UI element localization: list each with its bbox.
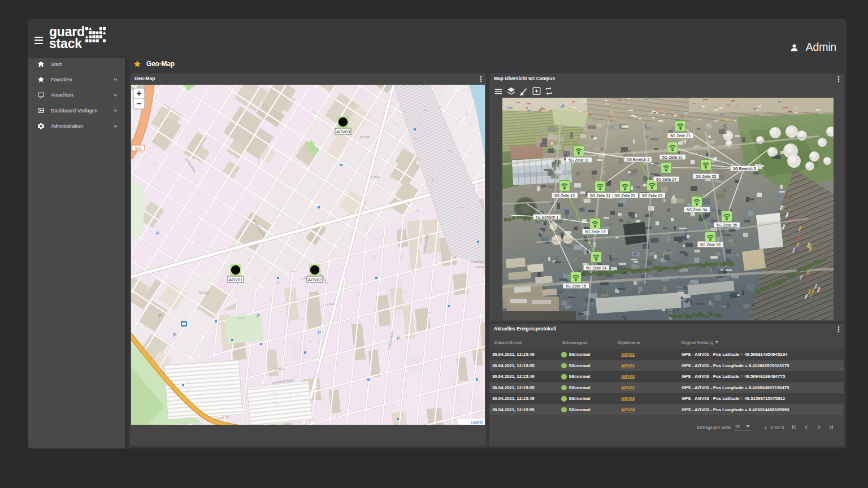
svg-text:5G Bereich 1: 5G Bereich 1 xyxy=(536,215,559,219)
svg-text:AGV01: AGV01 xyxy=(229,277,242,282)
svg-text:P: P xyxy=(257,313,260,319)
svg-text:5G Zelle 12: 5G Zelle 12 xyxy=(554,194,575,198)
svg-text:P: P xyxy=(156,230,159,236)
svg-text:L 910: L 910 xyxy=(275,367,284,371)
svg-text:P: P xyxy=(158,313,162,319)
svg-text:5G Zelle 35: 5G Zelle 35 xyxy=(717,223,737,227)
svg-text:5G Zelle 22: 5G Zelle 22 xyxy=(615,194,635,198)
svg-text:M 530: M 530 xyxy=(360,136,370,139)
svg-text:Ludwigshafen: Ludwigshafen xyxy=(470,260,485,263)
svg-text:L 910: L 910 xyxy=(236,316,244,320)
svg-text:M 510: M 510 xyxy=(199,291,209,294)
svg-text:5G Zelle 21: 5G Zelle 21 xyxy=(670,134,691,138)
svg-text:5G Zelle 24: 5G Zelle 24 xyxy=(656,177,676,181)
svg-text:5G Zelle 21: 5G Zelle 21 xyxy=(590,194,610,198)
svg-text:Leaflet: Leaflet xyxy=(471,420,483,424)
svg-text:5G Zelle 15: 5G Zelle 15 xyxy=(566,284,586,288)
svg-text:L 510: L 510 xyxy=(371,175,380,178)
svg-text:5G Zelle 11: 5G Zelle 11 xyxy=(568,158,589,162)
svg-text:5G Zelle 13: 5G Zelle 13 xyxy=(585,230,605,234)
svg-text:5G Zelle 34: 5G Zelle 34 xyxy=(687,208,707,212)
svg-text:5G Zelle 36: 5G Zelle 36 xyxy=(700,243,721,247)
svg-text:5G Zelle 14: 5G Zelle 14 xyxy=(586,266,606,270)
svg-text:L 830: L 830 xyxy=(326,302,335,306)
svg-text:5G Zelle 31: 5G Zelle 31 xyxy=(662,155,683,159)
svg-text:5G Bereich 2: 5G Bereich 2 xyxy=(627,158,650,162)
svg-text:AGV03: AGV03 xyxy=(336,129,350,134)
svg-text:P: P xyxy=(397,336,400,341)
svg-text:P: P xyxy=(318,330,321,336)
svg-text:523: 523 xyxy=(135,146,142,150)
svg-text:5G Zelle 33: 5G Zelle 33 xyxy=(696,175,716,178)
svg-text:5G Bereich 3: 5G Bereich 3 xyxy=(733,167,756,171)
svg-text:BASF: BASF xyxy=(476,265,485,269)
svg-text:P: P xyxy=(173,332,176,338)
svg-text:5G Zelle 23: 5G Zelle 23 xyxy=(642,194,662,198)
svg-text:AGV02: AGV02 xyxy=(308,277,322,282)
